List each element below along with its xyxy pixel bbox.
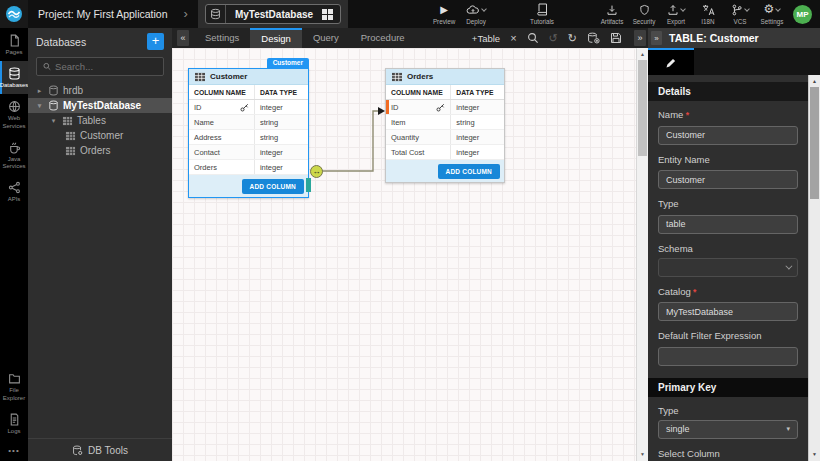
grid-view-icon[interactable] xyxy=(322,9,333,20)
branch-icon xyxy=(731,4,743,16)
chevron-down-icon xyxy=(481,6,487,12)
scroll-thumb[interactable] xyxy=(810,87,819,199)
table-row-quantity[interactable]: Quantity integer xyxy=(386,130,504,145)
expand-inspector-button[interactable]: » xyxy=(651,31,662,45)
rail-item-pages[interactable]: Pages xyxy=(0,28,28,61)
translate-icon xyxy=(702,4,715,16)
connector-drag-handle[interactable]: ↔ xyxy=(310,165,323,178)
api-nodes-icon xyxy=(8,181,21,194)
top-bar: Project: My First Application › MyTestDa… xyxy=(0,0,820,28)
tab-mytestdatabase[interactable]: MyTestDatabase xyxy=(205,4,341,24)
table-row-contact[interactable]: Contact integer xyxy=(189,145,308,160)
table-row-id[interactable]: ID integer xyxy=(386,100,504,115)
upload-icon xyxy=(667,4,679,16)
tree-item-hrdb[interactable]: ▸ hrdb xyxy=(28,83,172,98)
security-button[interactable]: Security xyxy=(628,0,660,28)
more-options-icon[interactable]: ••• xyxy=(0,440,28,461)
gear-icon: ⚙ xyxy=(764,3,775,16)
search-icon xyxy=(43,62,51,71)
schema-select[interactable] xyxy=(658,258,798,277)
caret-down-icon[interactable]: ▾ xyxy=(35,102,44,110)
rail-item-logs[interactable]: Logs xyxy=(0,407,28,440)
tab-design[interactable]: Design xyxy=(250,28,302,48)
settings-button[interactable]: ⚙ Settings xyxy=(756,0,788,28)
tutorials-button[interactable]: Tutorials xyxy=(526,0,558,28)
card-header[interactable]: Orders xyxy=(386,69,504,85)
table-row-item[interactable]: Item string xyxy=(386,115,504,130)
canvas-vertical-scrollbar[interactable]: ▲ ▼ xyxy=(636,48,648,461)
table-badge: Customer xyxy=(267,58,309,68)
artifacts-button[interactable]: Artifacts xyxy=(596,0,628,28)
catalog-field[interactable] xyxy=(658,302,798,321)
tree-item-orders[interactable]: Orders xyxy=(28,143,172,158)
rail-item-databases[interactable]: Databases xyxy=(0,61,28,94)
add-column-button[interactable]: ADD COLUMN xyxy=(438,164,500,179)
log-file-icon xyxy=(8,413,21,426)
tab-settings[interactable]: Settings xyxy=(194,28,250,48)
table-card-customer[interactable]: Customer Customer COLUMN NAME DATA TYPE … xyxy=(188,68,309,198)
default-filter-field[interactable] xyxy=(658,347,798,366)
zoom-search-icon[interactable] xyxy=(527,32,539,44)
table-row-name[interactable]: Name string xyxy=(189,115,308,130)
section-details: Details xyxy=(648,82,820,101)
rail-item-file-explorer[interactable]: File Explorer xyxy=(0,366,28,406)
tree-item-mytestdatabase[interactable]: ▾ MyTestDatabase xyxy=(28,98,172,113)
name-field[interactable] xyxy=(658,126,798,145)
field-label-schema: Schema xyxy=(658,243,798,254)
rail-item-java-services[interactable]: Java Services xyxy=(0,135,28,175)
sidebar-search[interactable] xyxy=(36,57,164,76)
preview-button[interactable]: ▶ Preview xyxy=(428,0,460,28)
add-table-button[interactable]: +Table xyxy=(472,33,500,44)
user-avatar[interactable]: MP xyxy=(793,5,812,24)
update-database-icon[interactable] xyxy=(587,32,600,44)
add-column-button[interactable]: ADD COLUMN xyxy=(242,179,304,194)
add-database-button[interactable]: + xyxy=(147,33,164,50)
expand-panel-button[interactable]: » xyxy=(634,30,646,46)
collapse-sidebar-button[interactable]: « xyxy=(177,30,189,46)
caret-right-icon[interactable]: ▸ xyxy=(35,87,44,95)
app-logo[interactable] xyxy=(0,0,28,28)
table-row-orders[interactable]: Orders integer xyxy=(189,160,308,175)
entity-name-field[interactable] xyxy=(658,170,798,189)
rail-item-apis[interactable]: APIs xyxy=(0,175,28,208)
scroll-up-icon[interactable]: ▲ xyxy=(637,49,648,60)
vcs-button[interactable]: VCS xyxy=(724,0,756,28)
table-card-orders[interactable]: Orders COLUMN NAME DATA TYPE ID integer … xyxy=(385,68,505,183)
scroll-down-icon[interactable]: ▼ xyxy=(809,449,820,460)
tab-procedure[interactable]: Procedure xyxy=(350,28,416,48)
search-input[interactable] xyxy=(55,61,157,72)
caret-down-icon[interactable]: ▾ xyxy=(49,117,58,125)
rail-item-web-services[interactable]: Web Services xyxy=(0,94,28,134)
sidebar-title: Databases xyxy=(36,36,147,48)
tree-item-tables[interactable]: ▾ Tables xyxy=(28,113,172,128)
type-field[interactable] xyxy=(658,215,798,234)
relation-anchor-handle[interactable] xyxy=(306,178,311,192)
i18n-button[interactable]: I18N xyxy=(692,0,724,28)
inspector-scrollbar[interactable]: ▲ ▼ xyxy=(808,75,820,461)
tab-edit-properties[interactable] xyxy=(648,48,694,75)
scroll-down-icon[interactable]: ▼ xyxy=(637,449,648,460)
scroll-up-icon[interactable]: ▲ xyxy=(809,76,820,87)
pk-type-select[interactable]: single ▾ xyxy=(658,420,798,439)
redo-icon[interactable]: ↻ xyxy=(568,31,577,45)
export-button[interactable]: Export xyxy=(660,0,692,28)
tree-item-customer[interactable]: Customer xyxy=(28,128,172,143)
table-row-total-cost[interactable]: Total Cost integer xyxy=(386,145,504,160)
field-label-select-column: Select Column xyxy=(658,448,798,459)
delete-icon[interactable]: × xyxy=(510,31,516,45)
table-row-id[interactable]: ID integer xyxy=(189,100,308,115)
save-icon[interactable] xyxy=(610,32,622,44)
tab-query[interactable]: Query xyxy=(302,28,350,48)
design-canvas[interactable]: Customer Customer COLUMN NAME DATA TYPE … xyxy=(172,48,648,461)
database-icon xyxy=(206,5,226,23)
db-tools-button[interactable]: DB Tools xyxy=(28,438,172,461)
table-icon xyxy=(65,146,76,156)
design-workspace: « Settings Design Query Procedure +Table… xyxy=(172,28,648,461)
primary-key-icon xyxy=(240,103,249,112)
table-icon xyxy=(391,72,403,82)
undo-icon[interactable]: ↺ xyxy=(549,31,558,45)
scroll-thumb[interactable] xyxy=(638,60,647,156)
deploy-button[interactable]: Deploy xyxy=(460,0,492,28)
table-row-address[interactable]: Address string xyxy=(189,130,308,145)
card-header[interactable]: Customer xyxy=(189,69,308,85)
